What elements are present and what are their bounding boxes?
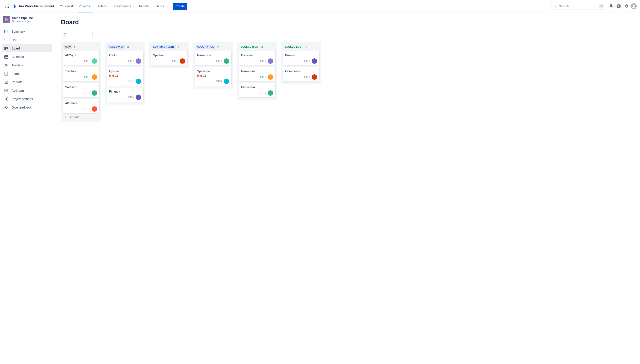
assignee-avatar[interactable] (92, 106, 97, 112)
card[interactable]: MarketinixSP-17 (239, 83, 276, 98)
project-icon (3, 16, 10, 23)
card-list: OfolioSP-6UpspectMar 12SP-18FinancySP-7 (107, 51, 144, 102)
app-launcher-button[interactable] (4, 3, 11, 10)
card-key: SP-6 (304, 76, 310, 78)
assignee-avatar[interactable] (92, 74, 97, 80)
column-status-label: CONTRACT SENT (152, 45, 176, 49)
card-key: SP-8 (84, 76, 90, 78)
svg-line-10 (556, 7, 556, 7)
card-title: Namezine (197, 54, 229, 57)
column-header[interactable]: FOLLOW-UP3 (107, 44, 144, 51)
card-due-date: Mar 16 (197, 74, 229, 77)
column-header[interactable]: NEGOTIATION2 (195, 44, 232, 51)
project-header[interactable]: Sales Pipeline Business project (2, 16, 52, 26)
help-button[interactable]: ? (615, 3, 622, 10)
card[interactable]: FinancySP-7 (107, 87, 144, 102)
assignee-avatar[interactable] (224, 78, 229, 84)
card[interactable]: NamezineSP-2 (195, 51, 232, 66)
sidebar-item-add-item[interactable]: Add item (2, 86, 52, 94)
card-key: SP-6 (260, 76, 267, 78)
svg-point-7 (7, 7, 7, 8)
column-new: NEW4AltCryptSP-8TractureSP-8SalestorSP-1… (61, 42, 101, 122)
nav-item-filters[interactable]: Filters (96, 0, 112, 12)
assignee-avatar[interactable] (268, 90, 273, 96)
board-search[interactable] (61, 31, 93, 38)
settings-button[interactable] (623, 3, 630, 10)
assignee-avatar[interactable] (92, 90, 97, 96)
sidebar-item-timeline[interactable]: Timeline (2, 61, 52, 69)
sidebar-item-project-settings[interactable]: Project settings (2, 95, 52, 103)
column-status-label: CLOSED WON (240, 45, 260, 49)
nav-item-people[interactable]: People (137, 0, 154, 12)
card[interactable]: OfolioSP-6 (107, 51, 144, 66)
assignee-avatar[interactable] (224, 58, 229, 64)
assignee-avatar[interactable] (312, 58, 317, 64)
gear-icon (624, 4, 629, 9)
card-key: SP-1 (304, 60, 310, 62)
sidebar-item-label: Reports (12, 80, 23, 84)
card[interactable]: CommerseSP-6 (283, 67, 320, 82)
timeline-icon (4, 63, 9, 68)
question-icon: ? (616, 4, 621, 9)
column-create-button[interactable]: Create (63, 114, 100, 119)
assignee-avatar[interactable] (136, 78, 141, 84)
column-header[interactable]: CONTRACT SENT1 (151, 44, 187, 51)
create-button[interactable]: Create (173, 3, 187, 10)
assignee-avatar[interactable] (180, 58, 185, 64)
column-count: 3 (261, 45, 263, 48)
sidebar-item-calendar[interactable]: Calendar (2, 53, 52, 61)
card[interactable]: AltomareSP-12 (63, 99, 100, 114)
sidebar-item-form[interactable]: Form (2, 70, 52, 78)
column-header[interactable]: CLOSED WON3 (239, 44, 276, 51)
column-follow-up: FOLLOW-UP3OfolioSP-6UpspectMar 12SP-18Fi… (105, 42, 145, 104)
search-input[interactable] (552, 3, 605, 10)
profile-button[interactable] (630, 3, 637, 10)
column-header[interactable]: NEW4 (63, 44, 100, 51)
nav-item-label: Your work (60, 4, 74, 8)
assignee-avatar[interactable] (268, 74, 273, 80)
sidebar-item-label: Board (12, 46, 20, 50)
column-count: 1 (177, 45, 179, 48)
card-due-date: Mar 12 (109, 74, 141, 77)
nav-item-label: Dashboards (114, 4, 131, 8)
sidebar-item-summary[interactable]: Summary (2, 28, 52, 36)
nav-item-your-work[interactable]: Your work (58, 0, 76, 12)
card[interactable]: UpspectMar 12SP-18 (107, 67, 144, 86)
svg-rect-26 (5, 56, 8, 58)
card-title: Financy (109, 90, 141, 93)
card-list: SpellowSP-3 (151, 51, 187, 66)
card[interactable]: SpellingoMar 16SP-4 (195, 67, 232, 86)
card-footer: SP-12 (65, 106, 97, 112)
card[interactable]: BranitySP-1 (283, 51, 320, 66)
product-name: Jira Work Management (18, 4, 54, 8)
card[interactable]: SpellowSP-3 (151, 51, 187, 66)
column-header[interactable]: CLOSED LOST2 (283, 44, 320, 51)
sidebar-item-reports[interactable]: Reports (2, 78, 52, 86)
column-create-label: Create (70, 116, 80, 119)
assignee-avatar[interactable] (136, 94, 141, 100)
feedback-icon (4, 105, 9, 110)
nav-item-dashboards[interactable]: Dashboards (112, 0, 136, 12)
card[interactable]: NamerousSP-6 (239, 67, 276, 82)
svg-point-21 (5, 38, 5, 39)
assignee-avatar[interactable] (268, 58, 273, 64)
notifications-button[interactable] (607, 3, 615, 10)
card[interactable]: DynameSP-1 (239, 51, 276, 66)
card-key: SP-2 (216, 60, 223, 62)
sidebar-item-give-feedback[interactable]: Give feedback (2, 104, 52, 112)
sidebar-item-list[interactable]: List (2, 36, 52, 44)
card-title: Dyname (241, 54, 273, 57)
card-title: Commerse (285, 70, 317, 73)
assignee-avatar[interactable] (312, 74, 317, 80)
sidebar-item-board[interactable]: Board (2, 44, 52, 52)
nav-item-label: Filters (98, 4, 106, 8)
card[interactable]: TractureSP-8 (63, 67, 100, 82)
nav-item-projects[interactable]: Projects (76, 0, 95, 12)
product-logo[interactable]: Jira Work Management (13, 4, 54, 8)
app-grid-icon (5, 4, 9, 8)
card[interactable]: AltCryptSP-8 (63, 51, 100, 66)
card[interactable]: SalestorSP-12 (63, 83, 100, 98)
assignee-avatar[interactable] (92, 58, 97, 64)
assignee-avatar[interactable] (136, 58, 141, 64)
nav-item-apps[interactable]: Apps (155, 0, 169, 12)
